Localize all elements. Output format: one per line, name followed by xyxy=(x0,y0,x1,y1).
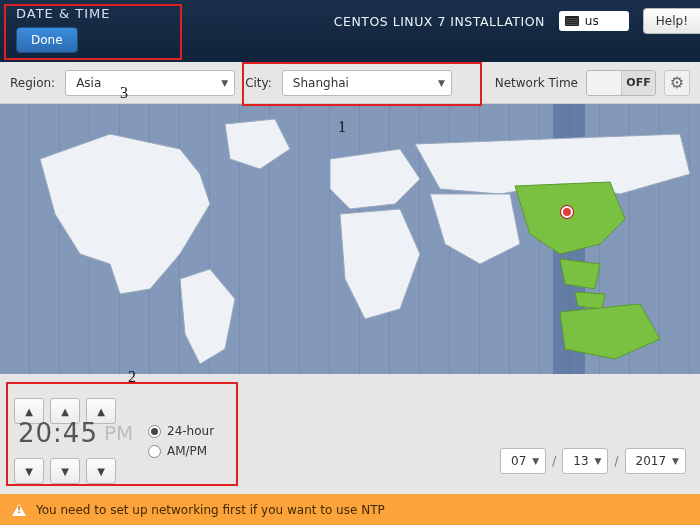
help-button[interactable]: Help! xyxy=(643,8,700,34)
warning-bar: You need to set up networking first if y… xyxy=(0,494,700,525)
city-combo[interactable]: Shanghai ▼ xyxy=(282,70,452,96)
timezone-map[interactable] xyxy=(0,104,700,374)
radio-checked-icon xyxy=(148,425,161,438)
time-editor: ▲ ▼ ▲ ▼ ▲ ▼ 20:45 PM 24-hour xyxy=(14,388,214,494)
minute-down-button[interactable]: ▼ xyxy=(50,458,80,484)
time-display: 20:45 xyxy=(14,418,102,448)
chevron-down-icon: ▼ xyxy=(97,466,105,477)
date-sep: / xyxy=(614,454,618,468)
warning-icon xyxy=(12,504,26,516)
header: DATE & TIME Done CENTOS LINUX 7 INSTALLA… xyxy=(0,0,700,62)
switch-on xyxy=(587,71,621,95)
day-value: 13 xyxy=(573,454,588,468)
network-time-group: Network Time OFF ⚙ xyxy=(495,70,690,96)
annotation-number-1: 1 xyxy=(338,118,346,136)
city-label: City: xyxy=(245,76,272,90)
network-time-settings-button[interactable]: ⚙ xyxy=(664,70,690,96)
region-combo[interactable]: Asia ▼ xyxy=(65,70,235,96)
network-time-label: Network Time xyxy=(495,76,578,90)
header-right: CENTOS LINUX 7 INSTALLATION us Help! xyxy=(334,8,700,34)
city-marker xyxy=(561,206,573,218)
done-button[interactable]: Done xyxy=(16,27,78,53)
date-sep: / xyxy=(552,454,556,468)
keyboard-layout-text: us xyxy=(585,14,599,28)
chevron-down-icon: ▼ xyxy=(595,456,602,466)
year-combo[interactable]: 2017 ▼ xyxy=(625,448,686,474)
city-value: Shanghai xyxy=(293,76,349,90)
hours-value: 20 xyxy=(18,418,53,448)
region-value: Asia xyxy=(76,76,101,90)
chevron-down-icon: ▼ xyxy=(221,78,228,88)
keyboard-icon xyxy=(565,16,579,26)
ampm-down-button[interactable]: ▼ xyxy=(86,458,116,484)
switch-off: OFF xyxy=(621,71,655,95)
toolbar: Region: Asia ▼ City: Shanghai ▼ Network … xyxy=(0,62,700,104)
keyboard-layout-indicator[interactable]: us xyxy=(559,11,629,31)
install-title: CENTOS LINUX 7 INSTALLATION xyxy=(334,14,545,29)
chevron-down-icon: ▼ xyxy=(61,466,69,477)
year-value: 2017 xyxy=(636,454,667,468)
month-combo[interactable]: 07 ▼ xyxy=(500,448,546,474)
chevron-down-icon: ▼ xyxy=(672,456,679,466)
chevron-down-icon: ▼ xyxy=(532,456,539,466)
time-format-radios: 24-hour AM/PM xyxy=(148,424,214,458)
chevron-down-icon: ▼ xyxy=(438,78,445,88)
ampm-value: PM xyxy=(104,421,133,445)
hour-down-button[interactable]: ▼ xyxy=(14,458,44,484)
format-ampm-option[interactable]: AM/PM xyxy=(148,444,214,458)
network-time-switch[interactable]: OFF xyxy=(586,70,656,96)
date-picker: 07 ▼ / 13 ▼ / 2017 ▼ xyxy=(500,448,686,474)
annotation-number-2: 2 xyxy=(128,368,136,386)
chevron-up-icon: ▲ xyxy=(61,406,69,417)
day-combo[interactable]: 13 ▼ xyxy=(562,448,608,474)
warning-text: You need to set up networking first if y… xyxy=(36,503,385,517)
minutes-value: 45 xyxy=(63,418,98,448)
bottom-bar: ▲ ▼ ▲ ▼ ▲ ▼ 20:45 PM 24-hour xyxy=(0,374,700,494)
world-map-svg xyxy=(0,104,700,374)
annotation-number-3: 3 xyxy=(120,84,128,102)
region-label: Region: xyxy=(10,76,55,90)
format-24h-option[interactable]: 24-hour xyxy=(148,424,214,438)
month-value: 07 xyxy=(511,454,526,468)
format-24h-label: 24-hour xyxy=(167,424,214,438)
format-ampm-label: AM/PM xyxy=(167,444,207,458)
chevron-down-icon: ▼ xyxy=(25,466,33,477)
radio-unchecked-icon xyxy=(148,445,161,458)
gear-icon: ⚙ xyxy=(670,73,684,92)
chevron-up-icon: ▲ xyxy=(25,406,33,417)
chevron-up-icon: ▲ xyxy=(97,406,105,417)
